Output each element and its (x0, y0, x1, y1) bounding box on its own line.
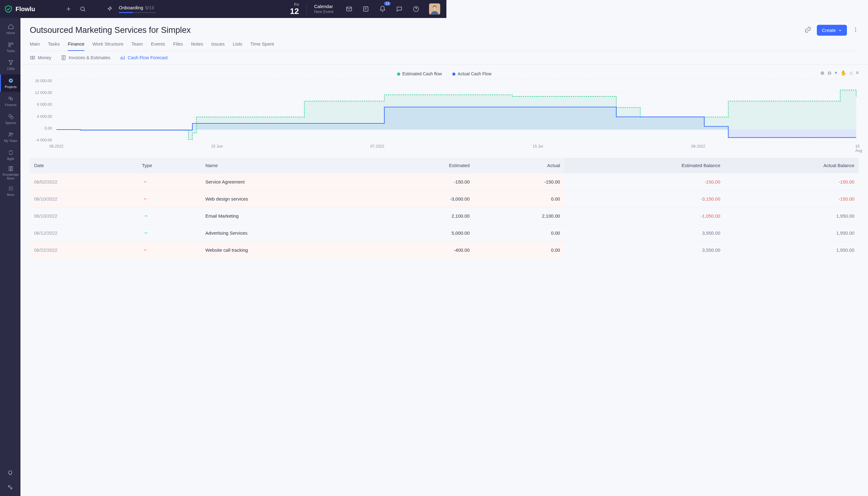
bell-icon[interactable]: 13 (377, 3, 388, 15)
chart-y-axis: 16 000.0012 000.008 000.004 000.000.00-4… (30, 79, 55, 142)
table-row[interactable]: 06/12/2022Advertising Services5,000.000.… (30, 224, 446, 242)
arrow-left-icon (142, 246, 149, 253)
table-row[interactable]: 06/10/2022Email Marketing2,100.002,100.0… (30, 207, 446, 224)
table-row[interactable]: 06/10/2022Web design services-3,000.000.… (30, 190, 446, 207)
table-row[interactable]: 06/22/2022Website call tracking-400.000.… (30, 242, 446, 254)
subtab-cashflow[interactable]: Cash Flow Forecast (120, 55, 168, 60)
svg-point-19 (12, 187, 13, 188)
calendar-title: Calendar (314, 4, 334, 9)
cell-name: Web design services (201, 190, 375, 207)
sidebar-item-label: Projects (5, 85, 17, 89)
sidebar-item-more[interactable]: More (0, 182, 20, 200)
table-body: 06/02/2022Service Agreement-150.00-150.0… (30, 173, 446, 254)
tab-finance[interactable]: Finance (68, 41, 84, 51)
notification-badge: 13 (384, 2, 391, 5)
table-header-row: DateTypeNameEstimatedActualEstimated Bal… (30, 158, 446, 173)
sidebar: Home Tasks CRM Projects Finance Spaces M… (0, 18, 20, 254)
onboarding-bar (119, 12, 156, 13)
date-dow: Fri (290, 2, 299, 7)
table-row[interactable]: 06/02/2022Service Agreement-150.00-150.0… (30, 173, 446, 190)
legend-estimated: Estimated Cash flow (402, 71, 442, 76)
note-icon[interactable] (360, 3, 371, 15)
cell-estimated: 2,100.00 (375, 207, 446, 224)
sidebar-item-label: Knowledge Base (1, 173, 20, 180)
tab-main[interactable]: Main (30, 41, 40, 51)
arrow-left-icon (142, 195, 149, 202)
cell-estimated: -400.00 (375, 242, 446, 254)
sidebar-item-kb[interactable]: Knowledge Base (0, 164, 20, 182)
svg-point-22 (12, 188, 13, 189)
onboarding[interactable]: Onboarding5/13 (104, 3, 156, 15)
tab-notes[interactable]: Notes (191, 41, 203, 51)
cell-name: Email Marketing (201, 207, 375, 224)
pin-icon (104, 3, 115, 15)
brand-name: Flowlu (16, 5, 35, 13)
date-widget[interactable]: Fri 12 (290, 2, 299, 16)
table-header[interactable]: Type (138, 158, 201, 173)
tabs: MainTasksFinanceWork StructureTeamEvents… (30, 41, 446, 51)
chart-x-axis: 06.202215 Jun07.202215 Jul08.202215 Aug (57, 144, 446, 152)
table-header[interactable]: Estimated (375, 158, 446, 173)
plus-icon[interactable] (63, 3, 74, 15)
sidebar-item-finance[interactable]: Finance (0, 92, 20, 110)
subtab-label: Money (38, 55, 51, 60)
sidebar-item-tasks[interactable]: Tasks (0, 38, 20, 56)
cell-date: 06/12/2022 (30, 224, 138, 242)
sidebar-item-label: Spaces (5, 121, 16, 125)
svg-point-14 (11, 116, 13, 119)
tab-time-spent[interactable]: Time Spent (250, 41, 274, 51)
sidebar-item-home[interactable]: Home (0, 20, 20, 38)
svg-point-6 (433, 6, 436, 10)
arrow-left-icon (142, 178, 149, 185)
sidebar-item-label: Agile (7, 157, 14, 160)
subtab-invoices[interactable]: Invoices & Estimates (61, 55, 111, 60)
svg-point-21 (10, 188, 11, 189)
cell-date: 06/10/2022 (30, 207, 138, 224)
onboarding-label: Onboarding (119, 5, 143, 10)
tab-tasks[interactable]: Tasks (48, 41, 60, 51)
svg-rect-7 (9, 43, 10, 44)
sidebar-item-label: Home (6, 31, 15, 35)
search-icon[interactable] (77, 3, 88, 15)
cell-estimated: -150.00 (375, 173, 446, 190)
chart-legend: Estimated Cash flow Actual Cash Flow (30, 71, 446, 76)
sidebar-item-crm[interactable]: CRM (0, 57, 20, 74)
calendar-subtitle: New Event (314, 9, 334, 14)
chat-icon[interactable] (394, 3, 405, 15)
tab-files[interactable]: Files (173, 41, 183, 51)
cell-type (138, 207, 201, 224)
tab-events[interactable]: Events (151, 41, 165, 51)
arrow-right-icon (142, 212, 149, 219)
cell-date: 06/22/2022 (30, 242, 138, 254)
sidebar-item-label: Tasks (6, 49, 15, 53)
sidebar-item-agile[interactable]: Agile (0, 146, 20, 164)
tab-issues[interactable]: Issues (211, 41, 224, 51)
mail-icon[interactable] (343, 3, 355, 15)
calendar-widget[interactable]: Calendar New Event (314, 4, 334, 14)
table: DateTypeNameEstimatedActualEstimated Bal… (20, 155, 446, 254)
sidebar-item-spaces[interactable]: Spaces (0, 110, 20, 128)
cell-name: Website call tracking (201, 242, 375, 254)
tab-team[interactable]: Team (131, 41, 143, 51)
table-header[interactable]: Date (30, 158, 138, 173)
tab-lists[interactable]: Lists (233, 41, 243, 51)
tab-work-structure[interactable]: Work Structure (92, 41, 123, 51)
cell-type (138, 242, 201, 254)
brand[interactable]: Flowlu (4, 5, 35, 13)
subtab-label: Cash Flow Forecast (128, 55, 168, 60)
sidebar-item-myteam[interactable]: My Team (0, 128, 20, 146)
cell-type (138, 173, 201, 190)
cell-estimated: 5,000.00 (375, 224, 446, 242)
svg-point-32 (32, 57, 33, 58)
avatar[interactable] (429, 3, 440, 15)
help-icon[interactable] (410, 3, 422, 15)
svg-point-20 (9, 188, 10, 189)
svg-point-24 (10, 190, 11, 191)
sidebar-item-projects[interactable]: Projects (0, 74, 20, 92)
svg-rect-31 (30, 57, 35, 59)
subtab-money[interactable]: Money (30, 55, 51, 60)
table-header[interactable]: Name (201, 158, 375, 173)
onboarding-progress: 5/13 (145, 5, 154, 10)
cell-name: Service Agreement (201, 173, 375, 190)
cell-date: 06/02/2022 (30, 173, 138, 190)
